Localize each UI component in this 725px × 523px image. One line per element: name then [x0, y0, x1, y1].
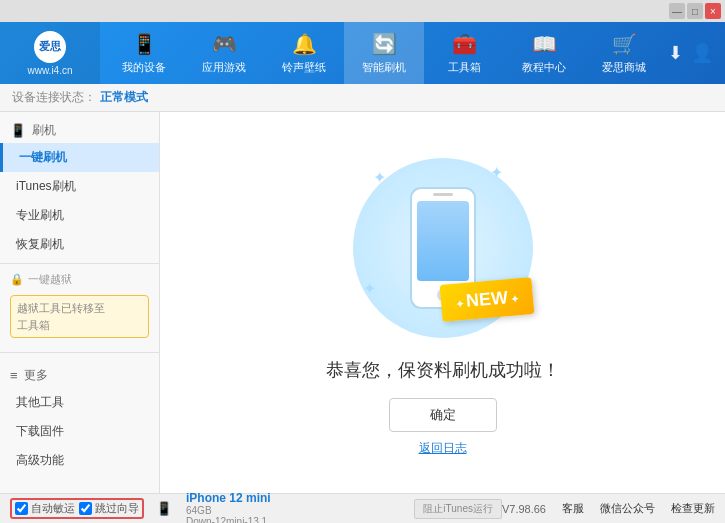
- sidebar-item-download-firmware[interactable]: 下载固件: [0, 417, 159, 446]
- sidebar-warning-box: 越狱工具已转移至工具箱: [10, 295, 149, 338]
- flash-section-icon: 📱: [10, 123, 26, 138]
- download-button[interactable]: ⬇: [668, 42, 683, 64]
- flash-section-label: 刷机: [32, 122, 56, 139]
- nav-tutorials-label: 教程中心: [522, 60, 566, 75]
- nav-shop[interactable]: 🛒 爱思商城: [584, 22, 664, 84]
- skip-wizard-checkbox[interactable]: [79, 502, 92, 515]
- success-title: 恭喜您，保资料刷机成功啦！: [326, 358, 560, 382]
- sidebar-item-advanced[interactable]: 高级功能: [0, 446, 159, 475]
- maximize-button[interactable]: □: [687, 3, 703, 19]
- locked-label: 一键越狱: [28, 272, 72, 287]
- sparkle-top-right: ✦: [490, 163, 503, 182]
- nav-right-actions: ⬇ 👤: [668, 42, 725, 64]
- logo-url: www.i4.cn: [27, 65, 72, 76]
- success-illustration: ✦ ✦ ✦: [343, 148, 543, 348]
- device-version: Down-12mini-13,1: [186, 516, 271, 524]
- status-label: 设备连接状态：: [12, 89, 96, 106]
- logo-icon: 爱思: [34, 31, 66, 63]
- nav-my-device[interactable]: 📱 我的设备: [104, 22, 184, 84]
- more-section-icon: ≡: [10, 368, 18, 383]
- nav-tools-label: 工具箱: [448, 60, 481, 75]
- svg-rect-4: [417, 201, 469, 281]
- status-bar: 设备连接状态： 正常模式: [0, 84, 725, 112]
- device-phone-icon: 📱: [156, 501, 172, 516]
- sidebar-item-restore-flash[interactable]: 恢复刷机: [0, 230, 159, 259]
- my-device-icon: 📱: [132, 32, 157, 56]
- auto-detect-checkbox[interactable]: [15, 502, 28, 515]
- minimize-button[interactable]: —: [669, 3, 685, 19]
- skip-wizard-label: 跳过向导: [95, 501, 139, 516]
- check-update-link[interactable]: 检查更新: [671, 501, 715, 516]
- device-name: iPhone 12 mini: [186, 491, 271, 505]
- sidebar-flash-section: 📱 刷机 一键刷机 iTunes刷机 专业刷机 恢复刷机 🔒: [0, 112, 159, 348]
- sidebar-item-one-click-flash[interactable]: 一键刷机: [0, 143, 159, 172]
- bottom-left: 自动敏运 跳过向导 📱 iPhone 12 mini 64GB Down-12m…: [10, 491, 502, 524]
- nav-apps-label: 应用游戏: [202, 60, 246, 75]
- itunes-label: 阻止iTunes运行: [423, 502, 493, 516]
- checkbox-skip-wizard[interactable]: 跳过向导: [79, 501, 139, 516]
- sparkle-bottom-left: ✦: [363, 279, 376, 298]
- nav-smart-flash[interactable]: 🔄 智能刷机: [344, 22, 424, 84]
- status-value: 正常模式: [100, 89, 148, 106]
- apps-icon: 🎮: [212, 32, 237, 56]
- auto-detect-label: 自动敏运: [31, 501, 75, 516]
- ringtone-icon: 🔔: [292, 32, 317, 56]
- nav-ringtone[interactable]: 🔔 铃声壁纸: [264, 22, 344, 84]
- smart-flash-icon: 🔄: [372, 32, 397, 56]
- nav-smart-flash-label: 智能刷机: [362, 60, 406, 75]
- nav-items: 📱 我的设备 🎮 应用游戏 🔔 铃声壁纸 🔄 智能刷机 🧰 工具箱 📖 教程中心…: [100, 22, 668, 84]
- nav-shop-label: 爱思商城: [602, 60, 646, 75]
- sidebar: 📱 刷机 一键刷机 iTunes刷机 专业刷机 恢复刷机 🔒: [0, 112, 160, 493]
- service-link[interactable]: 客服: [562, 501, 584, 516]
- sidebar-more-section: ≡ 更多 其他工具 下载固件 高级功能: [0, 357, 159, 481]
- nav-apps[interactable]: 🎮 应用游戏: [184, 22, 264, 84]
- sidebar-section-more-title: ≡ 更多: [0, 363, 159, 388]
- sidebar-section-flash-title: 📱 刷机: [0, 118, 159, 143]
- close-button[interactable]: ×: [705, 3, 721, 19]
- tutorials-icon: 📖: [532, 32, 557, 56]
- nav-tutorials[interactable]: 📖 教程中心: [504, 22, 584, 84]
- more-section-label: 更多: [24, 367, 48, 384]
- nav-my-device-label: 我的设备: [122, 60, 166, 75]
- bottom-right: V7.98.66 客服 微信公众号 检查更新: [502, 501, 715, 516]
- sidebar-locked-jailbreak: 🔒 一键越狱: [0, 268, 159, 291]
- itunes-bar: 阻止iTunes运行: [414, 499, 502, 519]
- checkbox-auto-detect[interactable]: 自动敏运: [15, 501, 75, 516]
- shop-icon: 🛒: [612, 32, 637, 56]
- warning-text: 越狱工具已转移至工具箱: [17, 302, 105, 331]
- nav-tools[interactable]: 🧰 工具箱: [424, 22, 504, 84]
- sidebar-item-itunes-flash[interactable]: iTunes刷机: [0, 172, 159, 201]
- logo: 爱思 www.i4.cn: [0, 22, 100, 84]
- version-text: V7.98.66: [502, 503, 546, 515]
- title-bar: — □ ×: [0, 0, 725, 22]
- lock-icon: 🔒: [10, 273, 24, 286]
- sparkle-top-left: ✦: [373, 168, 386, 187]
- sidebar-item-other-tools[interactable]: 其他工具: [0, 388, 159, 417]
- wechat-link[interactable]: 微信公众号: [600, 501, 655, 516]
- svg-rect-3: [433, 193, 453, 196]
- new-badge: NEW: [439, 277, 534, 322]
- sidebar-divider-1: [0, 263, 159, 264]
- back-link[interactable]: 返回日志: [419, 440, 467, 457]
- device-storage: 64GB: [186, 505, 271, 516]
- header: 爱思 www.i4.cn 📱 我的设备 🎮 应用游戏 🔔 铃声壁纸 🔄 智能刷机…: [0, 22, 725, 84]
- sidebar-item-pro-flash[interactable]: 专业刷机: [0, 201, 159, 230]
- tools-icon: 🧰: [452, 32, 477, 56]
- checkbox-group: 自动敏运 跳过向导: [10, 498, 144, 519]
- device-info: iPhone 12 mini 64GB Down-12mini-13,1: [186, 491, 271, 524]
- confirm-button[interactable]: 确定: [389, 398, 497, 432]
- bottom-bar: 自动敏运 跳过向导 📱 iPhone 12 mini 64GB Down-12m…: [0, 493, 725, 523]
- sidebar-divider-2: [0, 352, 159, 353]
- nav-ringtone-label: 铃声壁纸: [282, 60, 326, 75]
- user-button[interactable]: 👤: [691, 42, 713, 64]
- main-content: ✦ ✦ ✦: [160, 112, 725, 493]
